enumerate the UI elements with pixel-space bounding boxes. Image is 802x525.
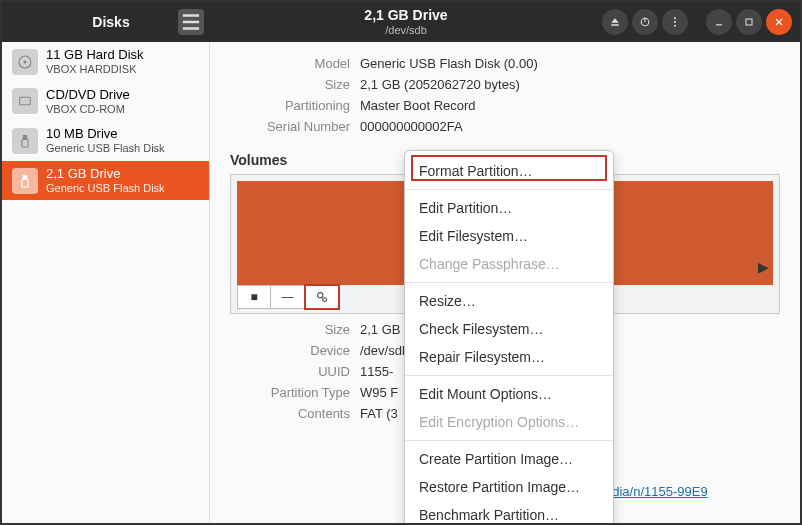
menu-separator [405, 440, 613, 441]
menu-check-filesystem[interactable]: Check Filesystem… [405, 315, 613, 343]
drive-subtitle: /dev/sdb [210, 24, 602, 36]
label-contents: Contents [230, 406, 350, 421]
content-area: 11 GB Hard Disk VBOX HARDDISK CD/DVD Dri… [2, 42, 800, 523]
window-frame: Disks 2,1 GB Drive /dev/sdb 11 GB Hard [0, 0, 802, 525]
mount-point-link[interactable]: edia/n/1155-99E9 [605, 484, 708, 499]
svg-point-8 [24, 60, 27, 63]
label-serial: Serial Number [230, 119, 350, 134]
unmount-button[interactable]: ■ [237, 285, 271, 309]
sidebar-item-label: 10 MB Drive [46, 127, 165, 142]
close-icon [773, 16, 785, 28]
label-model: Model [230, 56, 350, 71]
menu-separator [405, 282, 613, 283]
menu-create-partition-image[interactable]: Create Partition Image… [405, 445, 613, 473]
close-button[interactable] [766, 9, 792, 35]
sidebar-item-label: CD/DVD Drive [46, 88, 130, 103]
svg-point-14 [317, 293, 322, 298]
sidebar-item-label: 11 GB Hard Disk [46, 48, 144, 63]
menu-edit-partition[interactable]: Edit Partition… [405, 194, 613, 222]
label-size: Size [230, 77, 350, 92]
usb-icon [12, 168, 38, 194]
sidebar-item-label: 2,1 GB Drive [46, 167, 165, 182]
svg-rect-12 [23, 175, 28, 180]
menu-separator [405, 189, 613, 190]
label-partitioning: Partitioning [230, 98, 350, 113]
maximize-button[interactable] [736, 9, 762, 35]
sidebar-item-desc: VBOX HARDDISK [46, 63, 144, 76]
titlebar: Disks 2,1 GB Drive /dev/sdb [2, 2, 800, 42]
sidebar-item-hdd[interactable]: 11 GB Hard Disk VBOX HARDDISK [2, 42, 209, 82]
sidebar-item-desc: Generic USB Flash Disk [46, 182, 165, 195]
kebab-icon [669, 16, 681, 28]
menu-edit-filesystem[interactable]: Edit Filesystem… [405, 222, 613, 250]
menu-edit-encryption-options: Edit Encryption Options… [405, 408, 613, 436]
label-uuid: UUID [230, 364, 350, 379]
label-ptype: Partition Type [230, 385, 350, 400]
sidebar: 11 GB Hard Disk VBOX HARDDISK CD/DVD Dri… [2, 42, 210, 523]
drive-menu-button[interactable] [662, 9, 688, 35]
menu-separator [405, 375, 613, 376]
titlebar-center: 2,1 GB Drive /dev/sdb [210, 8, 602, 35]
power-button[interactable] [632, 9, 658, 35]
volume-settings-menu: Format Partition… Edit Partition… Edit F… [404, 150, 614, 525]
delete-partition-button[interactable]: — [271, 285, 305, 309]
drive-info-grid: Model Generic USB Flash Disk (0.00) Size… [230, 56, 780, 134]
svg-point-2 [674, 17, 676, 19]
eject-icon [609, 16, 621, 28]
sidebar-item-desc: VBOX CD-ROM [46, 103, 130, 116]
svg-point-4 [674, 25, 676, 27]
value-model: Generic USB Flash Disk (0.00) [360, 56, 780, 71]
sidebar-item-desc: Generic USB Flash Disk [46, 142, 165, 155]
sidebar-item-usb-selected[interactable]: 2,1 GB Drive Generic USB Flash Disk [2, 161, 209, 201]
menu-change-passphrase: Change Passphrase… [405, 250, 613, 278]
svg-rect-13 [22, 179, 28, 187]
drive-title: 2,1 GB Drive [210, 8, 602, 23]
menu-edit-mount-options[interactable]: Edit Mount Options… [405, 380, 613, 408]
menu-benchmark-partition[interactable]: Benchmark Partition… [405, 501, 613, 525]
value-serial: 000000000002FA [360, 119, 780, 134]
gear-icon [315, 290, 329, 304]
titlebar-right [602, 9, 800, 35]
menu-format-partition[interactable]: Format Partition… [405, 157, 613, 185]
hamburger-menu-button[interactable] [178, 9, 204, 35]
svg-point-15 [322, 298, 326, 302]
svg-rect-10 [23, 135, 28, 140]
value-partitioning: Master Boot Record [360, 98, 780, 113]
cd-icon [12, 88, 38, 114]
menu-repair-filesystem[interactable]: Repair Filesystem… [405, 343, 613, 371]
volume-settings-button[interactable] [305, 285, 339, 309]
label-device: Device [230, 343, 350, 358]
titlebar-left: Disks [2, 14, 210, 30]
svg-rect-9 [20, 98, 31, 106]
usb-icon [12, 128, 38, 154]
hamburger-icon [178, 9, 204, 35]
menu-resize[interactable]: Resize… [405, 287, 613, 315]
menu-restore-partition-image[interactable]: Restore Partition Image… [405, 473, 613, 501]
minimize-button[interactable] [706, 9, 732, 35]
svg-rect-6 [746, 19, 752, 25]
minimize-icon [713, 16, 725, 28]
value-size: 2,1 GB (2052062720 bytes) [360, 77, 780, 92]
svg-rect-11 [22, 139, 28, 147]
sidebar-item-usb-small[interactable]: 10 MB Drive Generic USB Flash Disk [2, 121, 209, 161]
svg-rect-5 [716, 24, 722, 25]
eject-button[interactable] [602, 9, 628, 35]
harddisk-icon [12, 49, 38, 75]
svg-point-3 [674, 21, 676, 23]
sidebar-item-cd[interactable]: CD/DVD Drive VBOX CD-ROM [2, 82, 209, 122]
power-icon [639, 16, 651, 28]
mount-play-button[interactable]: ▶ [758, 259, 769, 275]
maximize-icon [743, 16, 755, 28]
label-part-size: Size [230, 322, 350, 337]
